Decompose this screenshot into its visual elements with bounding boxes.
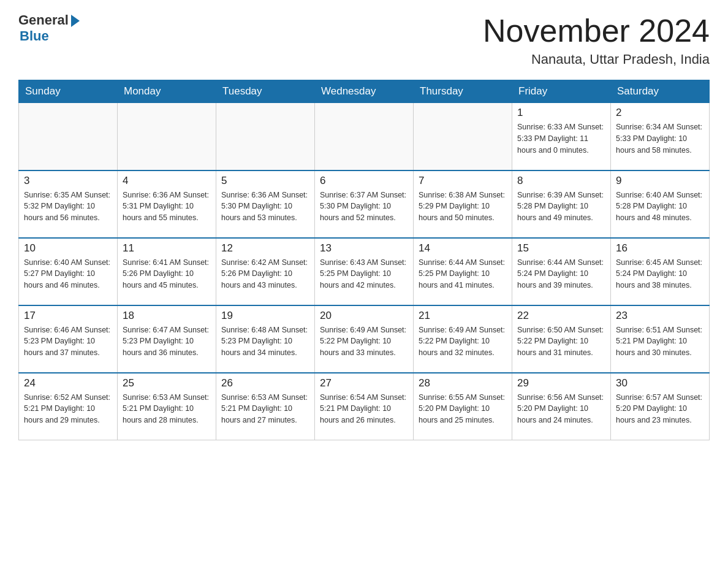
calendar-cell: 7Sunrise: 6:38 AM Sunset: 5:29 PM Daylig…: [414, 170, 512, 238]
day-info: Sunrise: 6:47 AM Sunset: 5:23 PM Dayligh…: [123, 324, 211, 359]
calendar-cell: 3Sunrise: 6:35 AM Sunset: 5:32 PM Daylig…: [19, 170, 118, 238]
month-title: November 2024: [483, 12, 710, 49]
calendar-header-row: SundayMondayTuesdayWednesdayThursdayFrid…: [19, 80, 710, 103]
day-number: 21: [419, 310, 507, 322]
day-info: Sunrise: 6:40 AM Sunset: 5:27 PM Dayligh…: [24, 257, 112, 291]
day-info: Sunrise: 6:40 AM Sunset: 5:28 PM Dayligh…: [616, 190, 704, 224]
calendar-cell: 25Sunrise: 6:53 AM Sunset: 5:21 PM Dayli…: [118, 373, 216, 440]
calendar-cell: 11Sunrise: 6:41 AM Sunset: 5:26 PM Dayli…: [118, 238, 216, 305]
location-text: Nanauta, Uttar Pradesh, India: [483, 52, 710, 67]
day-number: 10: [24, 242, 112, 255]
day-number: 4: [123, 175, 211, 187]
day-info: Sunrise: 6:52 AM Sunset: 5:21 PM Dayligh…: [24, 392, 112, 426]
calendar-cell: 26Sunrise: 6:53 AM Sunset: 5:21 PM Dayli…: [216, 373, 315, 440]
day-info: Sunrise: 6:33 AM Sunset: 5:33 PM Dayligh…: [517, 121, 605, 156]
day-info: Sunrise: 6:46 AM Sunset: 5:23 PM Dayligh…: [24, 324, 112, 359]
day-number: 30: [616, 377, 704, 389]
day-number: 12: [221, 242, 309, 255]
day-info: Sunrise: 6:34 AM Sunset: 5:33 PM Dayligh…: [616, 121, 704, 156]
calendar-header-monday: Monday: [118, 80, 216, 103]
calendar-cell: 9Sunrise: 6:40 AM Sunset: 5:28 PM Daylig…: [611, 170, 710, 238]
day-info: Sunrise: 6:53 AM Sunset: 5:21 PM Dayligh…: [221, 392, 309, 426]
day-number: 1: [517, 107, 605, 119]
logo-blue-text: Blue: [20, 28, 49, 44]
calendar-cell: 17Sunrise: 6:46 AM Sunset: 5:23 PM Dayli…: [19, 305, 118, 373]
day-info: Sunrise: 6:54 AM Sunset: 5:21 PM Dayligh…: [320, 392, 408, 426]
calendar-cell: 5Sunrise: 6:36 AM Sunset: 5:30 PM Daylig…: [216, 170, 315, 238]
day-info: Sunrise: 6:43 AM Sunset: 5:25 PM Dayligh…: [320, 257, 408, 291]
day-info: Sunrise: 6:36 AM Sunset: 5:30 PM Dayligh…: [221, 190, 309, 224]
day-number: 19: [221, 310, 309, 322]
calendar-cell: 14Sunrise: 6:44 AM Sunset: 5:25 PM Dayli…: [414, 238, 512, 305]
day-number: 17: [24, 310, 112, 322]
calendar-cell: 10Sunrise: 6:40 AM Sunset: 5:27 PM Dayli…: [19, 238, 118, 305]
calendar-cell: [315, 103, 414, 170]
day-info: Sunrise: 6:48 AM Sunset: 5:23 PM Dayligh…: [221, 324, 309, 359]
calendar-cell: 1Sunrise: 6:33 AM Sunset: 5:33 PM Daylig…: [512, 103, 611, 170]
calendar-cell: 13Sunrise: 6:43 AM Sunset: 5:25 PM Dayli…: [315, 238, 414, 305]
calendar-cell: 21Sunrise: 6:49 AM Sunset: 5:22 PM Dayli…: [414, 305, 512, 373]
calendar-cell: 22Sunrise: 6:50 AM Sunset: 5:22 PM Dayli…: [512, 305, 611, 373]
day-number: 26: [221, 377, 309, 389]
logo-arrow-icon: [71, 15, 80, 27]
logo: General Blue: [18, 12, 80, 44]
calendar-cell: 24Sunrise: 6:52 AM Sunset: 5:21 PM Dayli…: [19, 373, 118, 440]
day-info: Sunrise: 6:41 AM Sunset: 5:26 PM Dayligh…: [123, 257, 211, 291]
calendar-cell: 20Sunrise: 6:49 AM Sunset: 5:22 PM Dayli…: [315, 305, 414, 373]
day-number: 7: [419, 175, 507, 187]
calendar-cell: 8Sunrise: 6:39 AM Sunset: 5:28 PM Daylig…: [512, 170, 611, 238]
day-info: Sunrise: 6:49 AM Sunset: 5:22 PM Dayligh…: [320, 324, 408, 359]
day-info: Sunrise: 6:37 AM Sunset: 5:30 PM Dayligh…: [320, 190, 408, 224]
calendar-week-4: 17Sunrise: 6:46 AM Sunset: 5:23 PM Dayli…: [19, 305, 710, 373]
day-number: 18: [123, 310, 211, 322]
day-number: 6: [320, 175, 408, 187]
calendar-cell: 19Sunrise: 6:48 AM Sunset: 5:23 PM Dayli…: [216, 305, 315, 373]
calendar-cell: 28Sunrise: 6:55 AM Sunset: 5:20 PM Dayli…: [414, 373, 512, 440]
calendar-table: SundayMondayTuesdayWednesdayThursdayFrid…: [18, 80, 710, 440]
calendar-header-sunday: Sunday: [19, 80, 118, 103]
day-info: Sunrise: 6:55 AM Sunset: 5:20 PM Dayligh…: [419, 392, 507, 426]
calendar-header-friday: Friday: [512, 80, 611, 103]
day-info: Sunrise: 6:38 AM Sunset: 5:29 PM Dayligh…: [419, 190, 507, 224]
calendar-week-3: 10Sunrise: 6:40 AM Sunset: 5:27 PM Dayli…: [19, 238, 710, 305]
day-info: Sunrise: 6:42 AM Sunset: 5:26 PM Dayligh…: [221, 257, 309, 291]
day-info: Sunrise: 6:35 AM Sunset: 5:32 PM Dayligh…: [24, 190, 112, 224]
day-number: 3: [24, 175, 112, 187]
day-number: 15: [517, 242, 605, 255]
day-info: Sunrise: 6:39 AM Sunset: 5:28 PM Dayligh…: [517, 190, 605, 224]
day-number: 16: [616, 242, 704, 255]
calendar-cell: [414, 103, 512, 170]
calendar-cell: [118, 103, 216, 170]
day-number: 25: [123, 377, 211, 389]
calendar-header-thursday: Thursday: [414, 80, 512, 103]
calendar-week-1: 1Sunrise: 6:33 AM Sunset: 5:33 PM Daylig…: [19, 103, 710, 170]
day-number: 8: [517, 175, 605, 187]
day-info: Sunrise: 6:49 AM Sunset: 5:22 PM Dayligh…: [419, 324, 507, 359]
calendar-header-saturday: Saturday: [611, 80, 710, 103]
day-number: 13: [320, 242, 408, 255]
day-info: Sunrise: 6:44 AM Sunset: 5:25 PM Dayligh…: [419, 257, 507, 291]
calendar-cell: [216, 103, 315, 170]
page-header: General Blue November 2024 Nanauta, Utta…: [18, 12, 710, 67]
day-info: Sunrise: 6:44 AM Sunset: 5:24 PM Dayligh…: [517, 257, 605, 291]
day-number: 22: [517, 310, 605, 322]
calendar-cell: 15Sunrise: 6:44 AM Sunset: 5:24 PM Dayli…: [512, 238, 611, 305]
calendar-cell: 29Sunrise: 6:56 AM Sunset: 5:20 PM Dayli…: [512, 373, 611, 440]
calendar-cell: 16Sunrise: 6:45 AM Sunset: 5:24 PM Dayli…: [611, 238, 710, 305]
logo-general-text: General: [18, 12, 69, 28]
day-info: Sunrise: 6:53 AM Sunset: 5:21 PM Dayligh…: [123, 392, 211, 426]
day-number: 9: [616, 175, 704, 187]
day-number: 27: [320, 377, 408, 389]
calendar-cell: 18Sunrise: 6:47 AM Sunset: 5:23 PM Dayli…: [118, 305, 216, 373]
calendar-cell: 30Sunrise: 6:57 AM Sunset: 5:20 PM Dayli…: [611, 373, 710, 440]
calendar-header-wednesday: Wednesday: [315, 80, 414, 103]
day-number: 11: [123, 242, 211, 255]
calendar-header-tuesday: Tuesday: [216, 80, 315, 103]
title-block: November 2024 Nanauta, Uttar Pradesh, In…: [483, 12, 710, 67]
day-info: Sunrise: 6:51 AM Sunset: 5:21 PM Dayligh…: [616, 324, 704, 359]
calendar-week-2: 3Sunrise: 6:35 AM Sunset: 5:32 PM Daylig…: [19, 170, 710, 238]
day-number: 29: [517, 377, 605, 389]
calendar-cell: [19, 103, 118, 170]
day-info: Sunrise: 6:57 AM Sunset: 5:20 PM Dayligh…: [616, 392, 704, 426]
day-number: 14: [419, 242, 507, 255]
